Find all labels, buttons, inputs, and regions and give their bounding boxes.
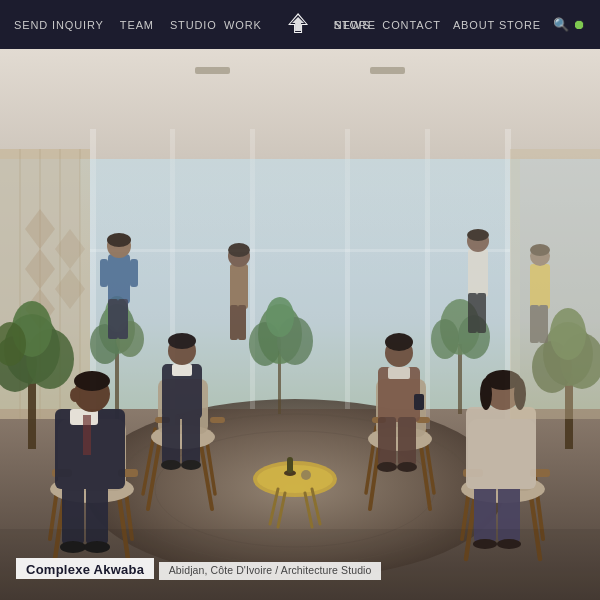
hero-caption: Complexe Akwaba Abidjan, Côte D'Ivoire /… — [16, 558, 381, 580]
svg-point-64 — [228, 243, 250, 257]
svg-rect-58 — [108, 299, 118, 339]
nav-about-store[interactable]: ABOUT STORE — [453, 19, 541, 31]
nav-work[interactable]: WORK — [224, 19, 262, 31]
svg-rect-62 — [230, 264, 248, 309]
nav-send-inquiry[interactable]: SEND INQUIRY — [14, 19, 104, 31]
svg-rect-84 — [210, 417, 225, 423]
person-standing-far-right — [467, 229, 489, 333]
hero-scene — [0, 49, 600, 600]
svg-point-125 — [377, 462, 397, 472]
svg-rect-5 — [370, 67, 405, 74]
caption-title: Complexe Akwaba — [16, 558, 154, 579]
svg-rect-86 — [172, 364, 192, 376]
svg-rect-120 — [388, 367, 410, 379]
svg-point-110 — [70, 388, 80, 402]
hero-section: Complexe Akwaba Abidjan, Côte D'Ivoire /… — [0, 49, 600, 600]
svg-rect-67 — [468, 249, 488, 297]
svg-rect-65 — [230, 305, 238, 340]
svg-point-69 — [467, 229, 489, 241]
svg-point-143 — [480, 378, 492, 410]
svg-rect-140 — [466, 407, 536, 489]
svg-rect-127 — [414, 394, 424, 410]
nav-center: WORK STORE — [224, 11, 376, 39]
caption-subtitle: Abidjan, Côte D'Ivoire / Architecture St… — [159, 562, 382, 580]
svg-point-92 — [181, 460, 201, 470]
svg-rect-124 — [398, 417, 416, 465]
svg-point-88 — [168, 333, 196, 349]
search-icon[interactable]: 🔍 — [553, 17, 569, 32]
nav-left: SEND INQUIRY TEAM STUDIO — [14, 19, 217, 31]
power-icon[interactable]: ⏺ — [573, 17, 586, 32]
svg-rect-123 — [378, 417, 396, 465]
svg-rect-71 — [477, 293, 486, 333]
svg-rect-70 — [468, 293, 477, 333]
svg-rect-54 — [80, 159, 520, 279]
svg-rect-59 — [118, 299, 128, 339]
nav-icons: 🔍 ⏺ — [553, 17, 586, 32]
svg-rect-60 — [130, 259, 138, 287]
svg-point-41 — [431, 319, 459, 359]
nav-studio[interactable]: STUDIO — [170, 19, 217, 31]
nav-store[interactable]: STORE — [334, 19, 376, 31]
svg-point-38 — [266, 297, 294, 337]
svg-rect-90 — [182, 414, 200, 464]
nav-contact[interactable]: CONTACT — [382, 19, 441, 31]
nav-team[interactable]: TEAM — [120, 19, 154, 31]
svg-point-126 — [397, 462, 417, 472]
svg-rect-89 — [162, 414, 180, 464]
svg-rect-155 — [510, 149, 600, 419]
svg-rect-61 — [100, 259, 108, 287]
svg-point-109 — [74, 371, 110, 391]
svg-rect-152 — [287, 457, 293, 473]
svg-rect-107 — [83, 415, 91, 455]
svg-point-57 — [107, 233, 131, 247]
hero-background — [0, 49, 600, 600]
svg-rect-4 — [195, 67, 230, 74]
svg-rect-66 — [238, 305, 246, 340]
navbar: SEND INQUIRY TEAM STUDIO WORK STORE NEWS… — [0, 0, 600, 49]
svg-point-146 — [257, 465, 333, 493]
svg-point-122 — [385, 333, 413, 351]
svg-point-91 — [161, 460, 181, 470]
svg-rect-55 — [108, 254, 130, 304]
svg-point-153 — [301, 470, 311, 480]
logo[interactable] — [280, 11, 316, 39]
